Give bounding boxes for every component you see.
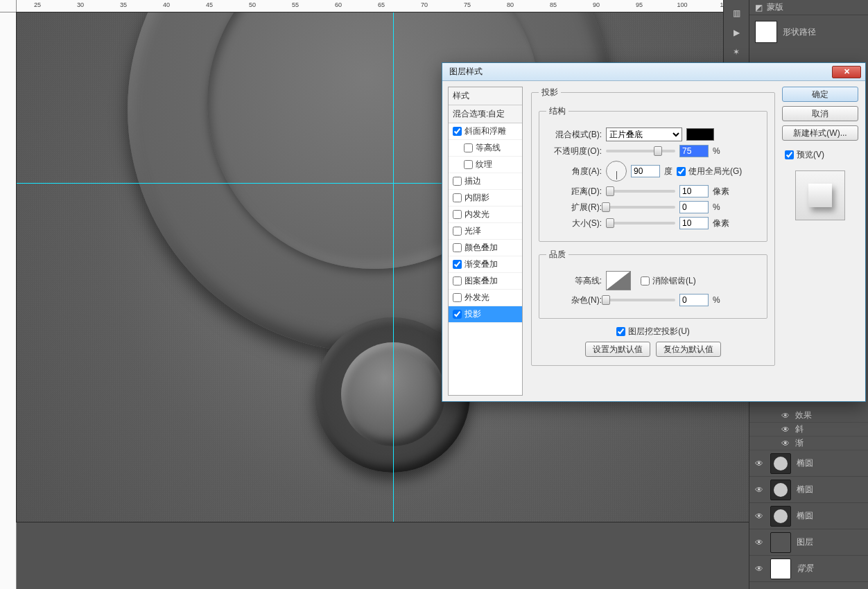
style-item-gradOverlay[interactable]: 渐变叠加	[449, 256, 522, 273]
set-default-button[interactable]: 设置为默认值	[585, 342, 650, 357]
ruler-tick: 50	[249, 1, 256, 8]
global-light-checkbox[interactable]: 使用全局光(G)	[677, 166, 742, 177]
preview-thumbnail	[795, 170, 845, 220]
layer-row-group[interactable]: 👁 图层	[749, 529, 868, 556]
layer-thumbnail	[770, 559, 791, 579]
distance-input[interactable]	[679, 185, 709, 197]
noise-input[interactable]	[679, 294, 709, 306]
layers-panel: 👁 效果 👁 斜 👁 渐 👁 椭圆 👁 椭圆 👁 椭圆 👁	[749, 409, 868, 589]
spread-input[interactable]	[679, 201, 709, 213]
anti-alias-input[interactable]	[641, 276, 650, 285]
style-item-checkbox[interactable]	[453, 260, 462, 269]
ruler-tick: 25	[34, 1, 41, 8]
spread-unit: %	[713, 202, 720, 212]
preview-input[interactable]	[785, 150, 794, 159]
style-list-header[interactable]: 样式	[449, 87, 522, 105]
layer-row-ellipse-3[interactable]: 👁 椭圆	[749, 503, 868, 529]
distance-slider[interactable]	[606, 190, 675, 193]
noise-unit: %	[713, 295, 720, 305]
layer-row-ellipse-2[interactable]: 👁 椭圆	[749, 477, 868, 503]
ruler-tick: 100	[677, 1, 687, 8]
style-item-patternOverlay[interactable]: 图案叠加	[449, 273, 522, 290]
style-item-colorOverlay[interactable]: 颜色叠加	[449, 240, 522, 256]
path-thumbnail[interactable]	[755, 21, 777, 43]
style-item-checkbox[interactable]	[453, 127, 462, 136]
visibility-icon[interactable]: 👁	[754, 537, 765, 548]
visibility-icon[interactable]: 👁	[754, 511, 765, 522]
style-item-label: 投影	[465, 308, 481, 320]
knockout-input[interactable]	[616, 327, 625, 336]
global-light-input[interactable]	[677, 167, 686, 176]
opacity-slider[interactable]	[606, 150, 675, 152]
style-item-checkbox[interactable]	[453, 243, 462, 252]
contour-picker[interactable]	[606, 271, 631, 290]
style-item-checkbox[interactable]	[453, 193, 462, 202]
style-item-checkbox[interactable]	[453, 293, 462, 302]
contour-label: 等高线:	[546, 275, 602, 287]
close-button[interactable]: ✕	[832, 66, 861, 78]
angle-input[interactable]	[631, 165, 660, 177]
mask-label: 蒙版	[767, 1, 783, 13]
effect-bevel[interactable]: 👁 斜	[749, 423, 868, 437]
mask-panel-header[interactable]: ◩ 蒙版	[749, 0, 868, 15]
visibility-icon[interactable]: 👁	[754, 458, 765, 469]
style-item-satin[interactable]: 光泽	[449, 223, 522, 240]
visibility-icon[interactable]: 👁	[754, 484, 765, 495]
style-item-checkbox[interactable]	[464, 160, 473, 169]
style-item-texture[interactable]: 纹理	[449, 157, 522, 173]
play-icon[interactable]: ▶	[726, 24, 747, 42]
style-item-label: 颜色叠加	[465, 242, 498, 254]
ruler-tick: 45	[206, 1, 213, 8]
ruler-tick: 70	[421, 1, 428, 8]
style-item-checkbox[interactable]	[453, 210, 462, 219]
style-item-checkbox[interactable]	[453, 276, 462, 285]
histogram-icon[interactable]: ▥	[726, 4, 747, 22]
anti-alias-checkbox[interactable]: 消除锯齿(L)	[641, 275, 696, 287]
style-item-innerGlow[interactable]: 内发光	[449, 206, 522, 223]
layer-row-ellipse-1[interactable]: 👁 椭圆	[749, 450, 868, 477]
horizontal-ruler[interactable]: 253035404550556065707580859095100105	[17, 0, 749, 12]
ruler-tick: 95	[636, 1, 643, 8]
style-item-checkbox[interactable]	[464, 143, 473, 152]
size-label: 大小(S):	[546, 218, 602, 229]
blend-mode-select[interactable]: 正片叠底	[606, 128, 682, 141]
style-item-checkbox[interactable]	[453, 227, 462, 236]
brush-icon[interactable]: ✶	[726, 43, 747, 61]
vertical-ruler[interactable]	[0, 12, 17, 589]
ok-button[interactable]: 确定	[782, 87, 858, 102]
blend-options-header[interactable]: 混合选项:自定	[449, 105, 522, 123]
effect-gradient[interactable]: 👁 渐	[749, 437, 868, 450]
dialog-titlebar[interactable]: 图层样式 ✕	[442, 63, 865, 81]
size-slider[interactable]	[606, 222, 675, 225]
spread-slider[interactable]	[606, 206, 675, 209]
preview-inner	[808, 184, 832, 207]
size-input[interactable]	[679, 217, 709, 229]
style-item-checkbox[interactable]	[453, 310, 462, 319]
layer-row-background[interactable]: 👁 背景	[749, 556, 868, 582]
ruler-tick: 60	[335, 1, 342, 8]
noise-slider[interactable]	[606, 299, 675, 301]
layer-effects-label[interactable]: 👁 效果	[749, 409, 868, 423]
visibility-icon[interactable]: 👁	[780, 438, 791, 449]
angle-dial[interactable]	[606, 161, 627, 182]
style-item-contour[interactable]: 等高线	[449, 140, 522, 157]
ruler-tick: 85	[550, 1, 557, 8]
reset-default-button[interactable]: 复位为默认值	[656, 342, 721, 357]
cancel-button[interactable]: 取消	[782, 106, 858, 121]
style-item-checkbox[interactable]	[453, 177, 462, 186]
visibility-icon[interactable]: 👁	[754, 563, 765, 574]
guide-vertical[interactable]	[393, 12, 394, 522]
new-style-button[interactable]: 新建样式(W)...	[782, 125, 858, 141]
visibility-icon[interactable]: 👁	[780, 424, 791, 435]
visibility-icon[interactable]: 👁	[780, 410, 791, 421]
style-item-outerGlow[interactable]: 外发光	[449, 290, 522, 306]
preview-checkbox[interactable]: 预览(V)	[785, 149, 858, 161]
drop-shadow-group-title: 投影	[539, 87, 561, 98]
style-item-stroke[interactable]: 描边	[449, 173, 522, 190]
style-item-dropShadow[interactable]: 投影	[449, 306, 522, 323]
shadow-color-swatch[interactable]	[686, 128, 714, 141]
style-item-innerShadow[interactable]: 内阴影	[449, 190, 522, 206]
knockout-checkbox[interactable]: 图层挖空投影(U)	[539, 326, 767, 337]
style-item-bevel[interactable]: 斜面和浮雕	[449, 123, 522, 140]
opacity-input[interactable]	[679, 145, 709, 157]
